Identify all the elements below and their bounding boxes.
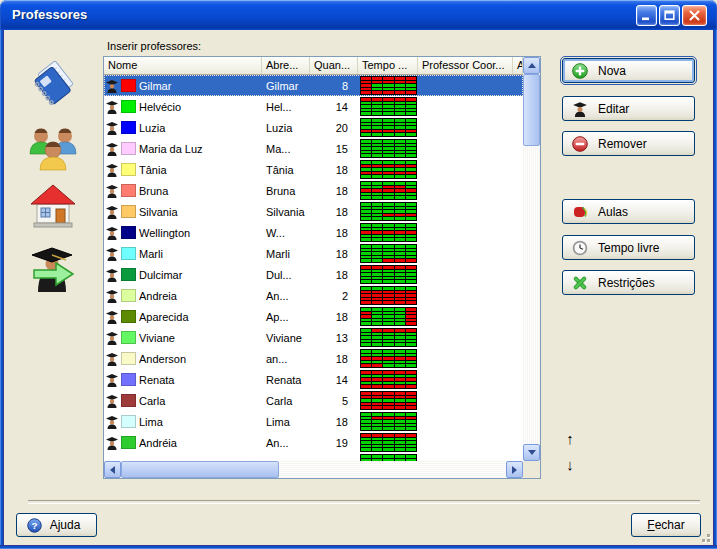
people-icon [26, 120, 80, 174]
teacher-icon [106, 394, 118, 408]
tempo-cell [358, 433, 418, 452]
fechar-button[interactable]: Fechar [631, 513, 701, 537]
abbreviation-cell: Dul... [262, 269, 310, 281]
name-cell: Tânia [104, 163, 262, 177]
nova-button[interactable]: Nova [562, 58, 695, 83]
ajuda-button[interactable]: ? Ajuda [16, 513, 97, 537]
column-header[interactable]: A [513, 57, 523, 74]
svg-text:?: ? [31, 520, 37, 531]
restricoes-button[interactable]: Restrições [562, 270, 695, 295]
triangle-right-icon [512, 466, 517, 474]
aulas-button[interactable]: Aulas [562, 199, 695, 224]
minus-icon [572, 136, 588, 152]
column-header[interactable]: Abre... [262, 57, 310, 74]
name-cell: Lima [104, 415, 262, 429]
scroll-right-button[interactable] [506, 461, 523, 478]
quantity-cell: 8 [310, 80, 358, 92]
tempo-cell [358, 328, 418, 347]
table-row[interactable]: Andréia An... 19 [104, 432, 523, 453]
abbreviation-cell: Renata [262, 374, 310, 386]
schedule-mini-grid [360, 118, 417, 137]
abbreviation-cell: An... [262, 437, 310, 449]
teacher-icon [106, 121, 118, 135]
triangle-left-icon [110, 466, 115, 474]
table-row[interactable]: Luzia Luzia 20 [104, 117, 523, 138]
resize-grip[interactable] [698, 530, 710, 542]
green-x-icon [572, 275, 588, 291]
abbreviation-cell: an... [262, 353, 310, 365]
teacher-icon [106, 415, 118, 429]
vertical-scrollbar[interactable] [523, 57, 540, 461]
sidebar-item-people[interactable] [26, 120, 80, 176]
name-cell: Silvania [104, 205, 262, 219]
name-cell: Marli [104, 247, 262, 261]
table-row[interactable]: Helvécio Hel... 14 [104, 96, 523, 117]
sidebar-item-notebook[interactable] [30, 57, 76, 107]
table-row[interactable]: Wellington W... 18 [104, 222, 523, 243]
teacher-icon [106, 310, 118, 324]
color-swatch [121, 352, 136, 365]
title-bar[interactable]: Professores [0, 0, 717, 30]
table-row[interactable]: Tânia Tânia 18 [104, 159, 523, 180]
close-button[interactable] [682, 5, 707, 26]
teacher-icon [106, 331, 118, 345]
table-row[interactable]: Viviane Viviane 13 [104, 327, 523, 348]
sidebar-item-graduate-export[interactable] [26, 240, 81, 297]
column-header[interactable]: Nome [104, 57, 262, 74]
quantity-cell: 18 [310, 311, 358, 323]
tempo-cell [358, 265, 418, 284]
tempo-livre-label: Tempo livre [598, 241, 659, 255]
move-down-button[interactable]: ↓ [560, 454, 580, 474]
table-row[interactable] [104, 453, 523, 461]
column-header[interactable]: Professor Coor... [418, 57, 513, 74]
vertical-scroll-thumb[interactable] [523, 74, 540, 146]
professors-table: NomeAbre...Quan...Tempo ...Professor Coo… [103, 56, 541, 479]
table-row[interactable]: Dulcimar Dul... 18 [104, 264, 523, 285]
name-cell: Anderson [104, 352, 262, 366]
tempo-livre-button[interactable]: Tempo livre [562, 235, 695, 260]
schedule-mini-grid [360, 286, 417, 305]
color-swatch [121, 121, 136, 134]
tempo-cell [358, 202, 418, 221]
table-row[interactable]: Andreia An... 2 [104, 285, 523, 306]
table-row[interactable]: Bruna Bruna 18 [104, 180, 523, 201]
tempo-cell [358, 139, 418, 158]
professores-dialog: { "window": { "title": "Professores" }, … [0, 0, 717, 549]
horizontal-scroll-thumb[interactable] [121, 461, 279, 478]
table-row[interactable]: Anderson an... 18 [104, 348, 523, 369]
color-swatch [121, 79, 136, 92]
remover-button[interactable]: Remover [562, 131, 695, 156]
column-header[interactable]: Quan... [310, 57, 358, 74]
quantity-cell: 14 [310, 374, 358, 386]
quantity-cell: 19 [310, 437, 358, 449]
aulas-label: Aulas [598, 205, 628, 219]
column-header[interactable]: Tempo ... [358, 57, 418, 74]
minimize-button[interactable] [636, 5, 657, 26]
horizontal-scrollbar[interactable] [104, 461, 523, 478]
table-row[interactable]: Marli Marli 18 [104, 243, 523, 264]
scroll-up-button[interactable] [523, 57, 540, 74]
table-row[interactable]: Maria da Luz Ma... 15 [104, 138, 523, 159]
table-row[interactable]: Aparecida Ap... 18 [104, 306, 523, 327]
scroll-left-button[interactable] [104, 461, 121, 478]
abbreviation-cell: Bruna [262, 185, 310, 197]
sidebar-item-house[interactable] [29, 182, 77, 232]
scroll-down-button[interactable] [523, 444, 540, 461]
triangle-up-icon [528, 63, 536, 68]
close-icon [689, 10, 700, 21]
tempo-cell [358, 391, 418, 410]
table-row[interactable]: Silvania Silvania 18 [104, 201, 523, 222]
teacher-icon [106, 184, 118, 198]
maximize-button[interactable] [659, 5, 680, 26]
quantity-cell: 15 [310, 143, 358, 155]
abbreviation-cell: W... [262, 227, 310, 239]
table-row[interactable]: Renata Renata 14 [104, 369, 523, 390]
table-row[interactable]: Gilmar Gilmar 8 [104, 75, 523, 96]
abbreviation-cell: Tânia [262, 164, 310, 176]
move-up-button[interactable]: ↑ [560, 428, 580, 448]
quantity-cell: 18 [310, 248, 358, 260]
editar-button[interactable]: Editar [562, 96, 695, 121]
table-row[interactable]: Carla Carla 5 [104, 390, 523, 411]
plus-icon [572, 63, 588, 79]
table-row[interactable]: Lima Lima 18 [104, 411, 523, 432]
